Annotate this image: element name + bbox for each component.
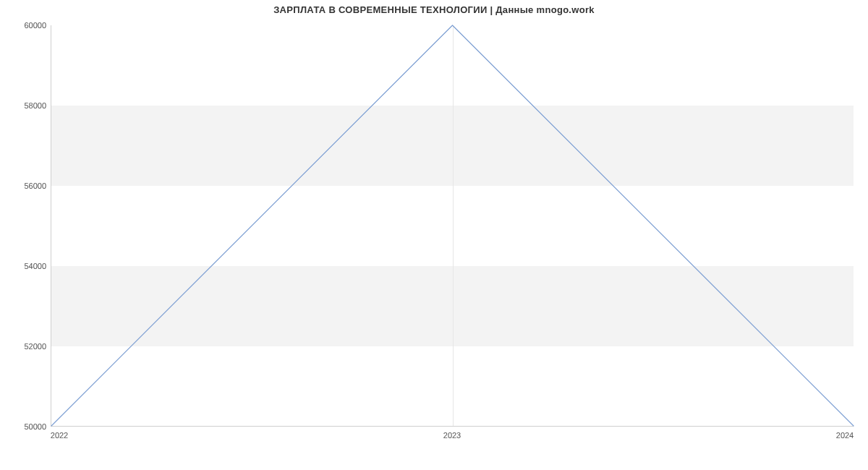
y-tick-label: 60000 <box>24 21 46 30</box>
y-tick-label: 50000 <box>24 422 46 431</box>
salary-line-chart: ЗАРПЛАТА В СОВРЕМЕННЫЕ ТЕХНОЛОГИИ | Данн… <box>0 0 868 470</box>
x-tick-label: 2023 <box>443 431 461 440</box>
y-tick-label: 54000 <box>24 262 46 270</box>
y-tick-label: 58000 <box>24 101 46 110</box>
plot-area <box>51 25 854 427</box>
y-tick-label: 56000 <box>24 181 46 190</box>
chart-title: ЗАРПЛАТА В СОВРЕМЕННЫЕ ТЕХНОЛОГИИ | Данн… <box>0 4 868 15</box>
x-tick-label: 2024 <box>836 431 854 440</box>
salary-line <box>51 25 854 426</box>
y-tick-label: 52000 <box>24 342 46 351</box>
line-series <box>51 25 854 426</box>
x-tick-label: 2022 <box>51 431 68 440</box>
